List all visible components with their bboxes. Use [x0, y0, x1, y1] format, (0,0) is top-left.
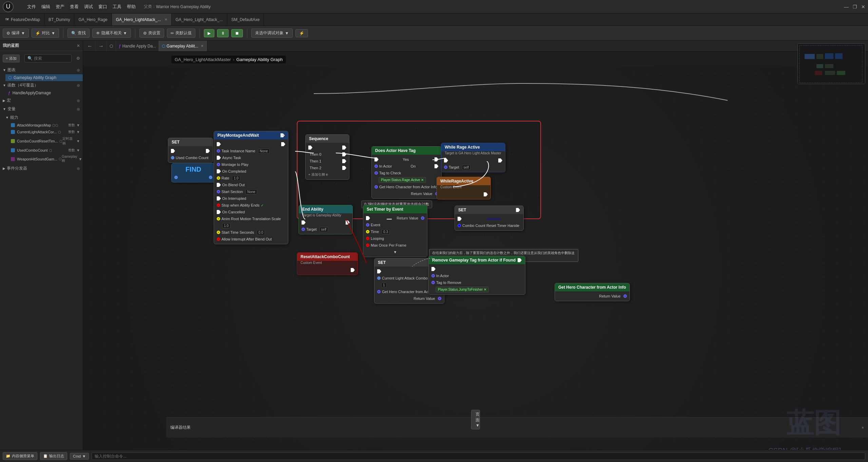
graph-canvas[interactable]: SET Used Combo Count FIN: [83, 66, 868, 450]
var-combocountresettimer[interactable]: ComboCountResetTim... ⬡ 定时器柄 ▼: [8, 135, 83, 147]
ste-retval-pin[interactable]: [421, 216, 424, 220]
add-func-icon[interactable]: ⊕: [77, 83, 80, 88]
play-montage-clock-pin[interactable]: 🕐: [281, 133, 285, 137]
get-hero-char2-node[interactable]: Get Hero Character from Actor Info Retur…: [555, 283, 630, 301]
settings-icon[interactable]: ⚙: [76, 56, 80, 61]
daht-exec-in[interactable]: [374, 157, 379, 161]
add-event-icon[interactable]: ⊕: [77, 166, 80, 171]
menu-edit[interactable]: 编辑: [41, 4, 50, 10]
wrae-exec-out[interactable]: [484, 192, 488, 196]
pm-cancelled-out[interactable]: [217, 210, 221, 214]
seq-then1-pin[interactable]: [342, 159, 346, 163]
add-macro-icon[interactable]: ⊕: [77, 98, 80, 103]
rac-exec-out[interactable]: [351, 268, 355, 272]
rt-inactor-pin[interactable]: [431, 274, 435, 277]
remove-tag-out[interactable]: [518, 258, 522, 262]
section-functions[interactable]: ▼ 函数（4可覆盖） ⊕: [0, 81, 83, 90]
does-actor-have-tag-node[interactable]: Does Actor Have Tag Yes In Actor On: [371, 146, 442, 199]
reset-attack-combo-node[interactable]: ResetAttackComboCount Custom Event: [297, 252, 358, 275]
section-variables[interactable]: ▼ 变量 ⊕: [0, 105, 83, 113]
seq-exec-out[interactable]: [342, 146, 346, 150]
stop-button[interactable]: ⏹: [231, 29, 243, 37]
pause-button[interactable]: ⏸: [217, 29, 229, 37]
pm-blendout-out[interactable]: [217, 183, 221, 187]
play-button[interactable]: ▶: [204, 29, 214, 37]
seq-then0-pin[interactable]: [342, 152, 346, 156]
debug-extra-button[interactable]: ⚡: [295, 29, 308, 37]
find-button[interactable]: 🔍 查找: [67, 28, 90, 38]
class-settings-button[interactable]: ⚙ 类设置: [139, 28, 164, 38]
set-node-top[interactable]: SET Used Combo Count: [168, 138, 213, 163]
section-graph[interactable]: ▼ 图表 ⊕: [0, 66, 83, 74]
end-ability-node[interactable]: End Ability Target is Gameplay Ability T…: [298, 205, 353, 234]
set-timer-node[interactable]: Set Timer by Event Return Value Event T: [363, 205, 427, 257]
tab-ga-lightattack[interactable]: GA_Hero_LightAttack_... ✕: [112, 14, 172, 25]
set-combo-out[interactable]: [516, 208, 520, 212]
panel-close-icon[interactable]: ✕: [77, 43, 80, 48]
s2-combo-pin[interactable]: [377, 276, 381, 280]
console-input[interactable]: [92, 453, 865, 460]
set-combo-node[interactable]: SET Combo Count Reset Timer Hanide: [455, 206, 524, 231]
menu-debug[interactable]: 调试: [84, 4, 93, 10]
pm-task-pin[interactable]: [217, 149, 220, 153]
ghc2-retval-pin[interactable]: [623, 294, 627, 298]
add-graph-icon[interactable]: ⊕: [77, 68, 80, 73]
pm-starttime-pin[interactable]: [217, 231, 220, 234]
wra-exec-in[interactable]: [444, 158, 448, 162]
pm-rate-pin[interactable]: [217, 176, 220, 180]
tab-ga-light-attack2[interactable]: GA_Hero_Light_Attack_...: [172, 14, 227, 25]
rt-exec-in[interactable]: [431, 267, 436, 271]
hide-button[interactable]: 👁 隐藏不相关 ▼: [92, 28, 131, 38]
daht-inactor-pin[interactable]: [374, 165, 378, 168]
pm-section-pin[interactable]: [217, 190, 220, 193]
wra-exec-out[interactable]: [498, 158, 502, 162]
ste-expand-row[interactable]: ▼: [363, 249, 427, 255]
menu-file[interactable]: 文件: [27, 4, 36, 10]
set-exec-out-pin[interactable]: [206, 149, 210, 153]
add-var-icon[interactable]: ⊕: [77, 107, 80, 112]
var-usedcombocount[interactable]: UsedComboCount ⬡ 整数 ▼: [8, 147, 83, 154]
breadcrumb-root[interactable]: GA_Hero_LightAttackMaster: [175, 57, 231, 62]
close-btn[interactable]: ✕: [861, 4, 865, 9]
add-button[interactable]: + 添加: [3, 55, 20, 62]
sc-combo-pin[interactable]: [458, 224, 461, 227]
graph-tab-close-icon[interactable]: ✕: [201, 44, 204, 48]
compiler-close-btn[interactable]: ×: [862, 425, 864, 430]
pm-async-out[interactable]: [217, 156, 221, 160]
wra-target-pin[interactable]: [444, 166, 447, 169]
content-browser-btn[interactable]: 📁 内容侧滑菜单: [3, 452, 37, 460]
ste-exec-in[interactable]: [366, 216, 370, 220]
pm-exec-in[interactable]: [217, 142, 221, 146]
graph-tab-gameplay-ability[interactable]: ⬡ Gameplay Abilit... ✕: [159, 41, 207, 51]
gameplay-ability-graph-item[interactable]: ⬡ Gameplay Ability Graph: [5, 74, 83, 81]
menu-assets[interactable]: 资产: [56, 4, 64, 10]
ste-maxonce-pin[interactable]: [366, 244, 369, 247]
find-right-pin[interactable]: [209, 176, 212, 179]
while-rage-active-node[interactable]: While Rage Active Target is GA Hero Ligh…: [441, 143, 505, 172]
pm-completed-out[interactable]: [217, 169, 221, 173]
minimap[interactable]: [797, 43, 865, 84]
daht-gethero-pin[interactable]: [374, 185, 378, 189]
s2-gethero-pin[interactable]: [377, 290, 381, 293]
seq-exec-in[interactable]: [308, 146, 312, 150]
daht-yes-pin[interactable]: [435, 157, 439, 161]
play-montage-node[interactable]: PlayMontageAndWait 🕐 Task Instance Name …: [214, 131, 288, 244]
menu-view[interactable]: 查看: [70, 4, 79, 10]
ea-target-pin[interactable]: [302, 228, 305, 231]
tab-bt-dummy[interactable]: BT_Dummy: [44, 14, 74, 25]
s2-exec-in[interactable]: [377, 269, 381, 273]
menu-window[interactable]: 窗口: [98, 4, 107, 10]
graph-area[interactable]: ← → ⬡ ƒ Handle Apply Da... ⬡ Gameplay Ab…: [83, 41, 868, 450]
pm-allowinterrupt-pin[interactable]: [217, 237, 220, 241]
pm-montage-pin[interactable]: [217, 163, 220, 166]
seq-add-input[interactable]: + 添加引脚 ⊕: [308, 172, 328, 177]
back-arrow-btn[interactable]: ←: [84, 41, 96, 51]
set-used-combo-pin[interactable]: [171, 156, 174, 159]
rt-tagremove-pin[interactable]: [431, 281, 435, 284]
daht-on-pin[interactable]: [435, 164, 439, 168]
search-input[interactable]: [34, 56, 69, 61]
sc-exec-in[interactable]: [458, 217, 462, 221]
menu-tools[interactable]: 工具: [113, 4, 121, 10]
sequence-node[interactable]: Sequence Then 0 Then 1: [305, 134, 349, 180]
ste-event-pin[interactable]: [366, 223, 369, 227]
